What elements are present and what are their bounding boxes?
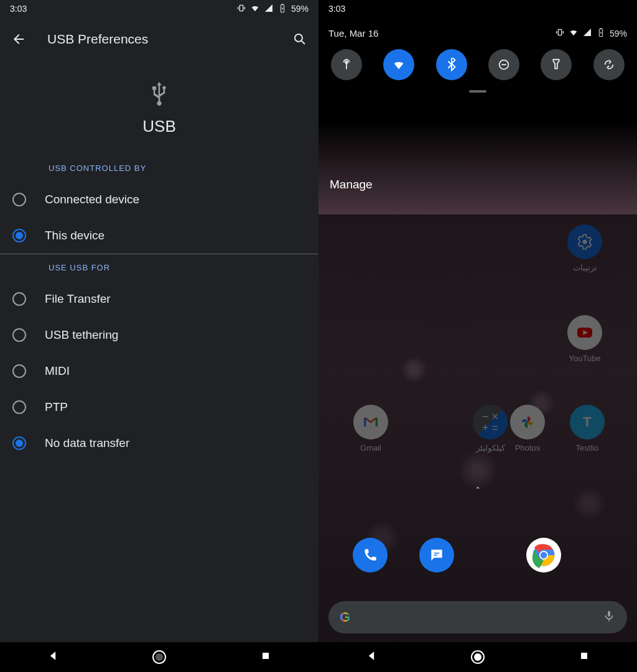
svg-rect-9 (600, 28, 602, 29)
home-screen-grid: ترتیبات YouTube Gmail − ×+ = کیلکولیٹر P… (318, 214, 637, 642)
radio-connected-device[interactable]: Connected device (0, 182, 318, 218)
back-button[interactable] (10, 30, 27, 48)
qs-flashlight-tile[interactable] (541, 49, 572, 80)
radio-icon (12, 328, 26, 342)
radio-label: MIDI (45, 364, 70, 378)
radio-no-data-transfer[interactable]: No data transfer (0, 425, 318, 461)
svg-point-5 (295, 34, 302, 42)
shade-date: Tue, Mar 16 (328, 28, 378, 39)
svg-point-17 (541, 552, 547, 559)
qs-bluetooth-tile[interactable] (436, 49, 467, 80)
page-title: USB Preferences (47, 32, 271, 47)
battery-percent: 59% (610, 29, 627, 39)
battery-charging-icon (277, 3, 287, 15)
radio-label: Connected device (45, 193, 139, 206)
usb-preferences-screen: 3:03 59% USB Preferences USB USB CONTROL… (0, 0, 318, 672)
dock (318, 538, 637, 573)
radio-icon (12, 229, 26, 242)
svg-rect-19 (581, 653, 587, 659)
navigation-bar (318, 642, 637, 672)
usb-hero: USB (0, 61, 318, 155)
radio-ptp[interactable]: PTP (0, 389, 318, 425)
qs-wifi-tile[interactable] (383, 49, 414, 80)
radio-icon (12, 193, 26, 206)
dock-phone[interactable] (340, 538, 400, 573)
nav-back-button[interactable] (47, 650, 59, 665)
svg-rect-7 (558, 29, 561, 35)
nav-back-button[interactable] (365, 650, 378, 665)
app-settings[interactable]: ترتیبات (555, 224, 615, 272)
shade-status-icons: 59% (555, 27, 627, 39)
dock-empty-slot (580, 538, 615, 573)
status-bar: 3:03 (318, 0, 637, 17)
app-gmail[interactable]: Gmail (341, 405, 401, 453)
radio-this-device[interactable]: This device (0, 218, 318, 254)
dock-chrome[interactable] (514, 538, 574, 573)
vibrate-icon (236, 3, 246, 15)
radio-file-transfer[interactable]: File Transfer (0, 281, 318, 317)
svg-rect-18 (608, 611, 610, 617)
app-testlio[interactable]: T Testlio (557, 405, 617, 453)
home-screen-with-shade: 3:03 Tue, Mar 16 59% Silent notification… (318, 0, 637, 672)
app-label: YouTube (569, 354, 600, 363)
radio-label: PTP (45, 400, 68, 414)
usb-hero-label: USB (142, 117, 175, 136)
dock-messages[interactable] (407, 538, 467, 573)
search-button[interactable] (291, 30, 309, 48)
radio-label: This device (45, 229, 105, 242)
usb-icon (146, 80, 173, 109)
battery-percent: 59% (291, 4, 309, 14)
svg-rect-2 (239, 5, 243, 11)
wifi-icon (250, 3, 260, 15)
cell-signal-icon (264, 3, 274, 15)
nav-home-button[interactable] (152, 650, 166, 664)
app-bar: USB Preferences (0, 17, 318, 61)
nav-home-button[interactable] (471, 650, 485, 664)
radio-icon (12, 364, 26, 378)
radio-icon (12, 400, 26, 414)
battery-charging-icon (596, 27, 606, 39)
svg-rect-6 (263, 653, 269, 659)
radio-midi[interactable]: MIDI (0, 353, 318, 389)
app-label: Testlio (576, 443, 599, 453)
radio-icon (12, 436, 26, 450)
qs-dnd-tile[interactable] (488, 49, 519, 80)
mic-icon[interactable] (602, 609, 616, 625)
section-title-controlled-by: USB CONTROLLED BY (0, 155, 318, 182)
drawer-handle-icon[interactable]: ⌃ (475, 486, 481, 494)
dock-empty-slot (473, 538, 508, 573)
svg-point-10 (345, 61, 348, 65)
radio-label: File Transfer (45, 292, 111, 306)
app-youtube[interactable]: YouTube (555, 315, 615, 363)
wifi-icon (569, 27, 579, 39)
manage-button[interactable]: Manage (318, 168, 637, 201)
app-photos[interactable]: Photos (498, 405, 557, 453)
status-time: 3:03 (328, 4, 345, 14)
radio-usb-tethering[interactable]: USB tethering (0, 317, 318, 353)
notification-shade: 3:03 Tue, Mar 16 59% (318, 0, 637, 101)
status-time: 3:03 (10, 4, 27, 14)
app-label: Photos (515, 443, 540, 453)
radio-icon (12, 292, 26, 306)
section-title-use-usb-for: USE USB FOR (0, 254, 318, 281)
cell-signal-icon (582, 27, 592, 39)
radio-label: USB tethering (45, 328, 118, 342)
qs-debug-tile[interactable] (331, 49, 362, 80)
radio-label: No data transfer (45, 436, 129, 450)
qs-auto-rotate-tile[interactable] (593, 49, 625, 80)
svg-rect-4 (282, 4, 284, 4)
navigation-bar (0, 642, 318, 672)
vibrate-icon (555, 27, 565, 39)
svg-point-13 (583, 240, 587, 244)
app-label: Gmail (360, 443, 381, 453)
shade-expand-handle[interactable] (469, 90, 486, 93)
app-label: ترتیبات (573, 263, 597, 272)
status-bar: 3:03 59% (0, 0, 318, 17)
quick-settings-row (318, 43, 637, 86)
nav-recent-button[interactable] (259, 650, 272, 665)
google-search-bar[interactable]: G (328, 601, 627, 633)
google-g-icon: G (340, 609, 350, 625)
nav-recent-button[interactable] (578, 650, 590, 665)
